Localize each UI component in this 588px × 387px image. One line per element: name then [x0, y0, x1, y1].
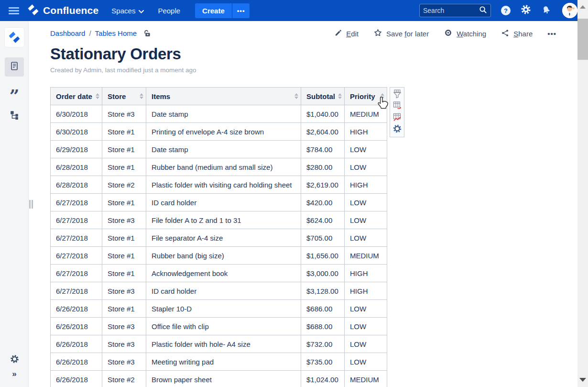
table-cell: $688.00: [301, 318, 345, 335]
column-header-priority[interactable]: Priority: [345, 88, 387, 105]
table-cell: $3,128.00: [301, 282, 345, 300]
table-settings-button[interactable]: [392, 124, 403, 135]
table-cell: Brown paper sheet: [146, 371, 301, 387]
table-cell: Store #3: [102, 282, 146, 300]
nav-spaces[interactable]: Spaces: [111, 7, 144, 15]
brand-name: Confluence: [43, 5, 98, 16]
table-cell: Plastic folder with visiting card holdin…: [146, 176, 301, 194]
table-cell: Store #1: [102, 229, 146, 247]
filter-icon: [392, 89, 402, 100]
unrestricted-lock-icon[interactable]: [143, 29, 152, 37]
watching-button[interactable]: Watching: [444, 28, 486, 39]
table-cell: 6/27/2018: [51, 282, 102, 300]
double-chevron-right-icon: »: [12, 369, 16, 379]
sort-icon[interactable]: [140, 93, 143, 99]
search-input[interactable]: [423, 7, 479, 14]
admin-settings-button[interactable]: [521, 4, 531, 17]
table-cell: HIGH: [345, 265, 387, 282]
chart-from-table-button[interactable]: [392, 113, 403, 123]
table-settings-gear-icon: [392, 124, 402, 135]
table-row: 6/29/2018Store #1Date stamp$784.00LOW: [51, 141, 387, 158]
sort-icon[interactable]: [96, 93, 99, 99]
breadcrumb: Dashboard / Tables Home: [50, 29, 152, 37]
sidebar-item-blog[interactable]: ”: [5, 81, 24, 100]
page-content: Dashboard / Tables Home Edit Save for la…: [29, 21, 577, 387]
table-sync-icon: [392, 100, 402, 112]
table-cell: LOW: [345, 335, 387, 353]
top-navigation-bar: Confluence Spaces People Create ••• ?: [0, 0, 577, 21]
table-cell: $420.00: [301, 194, 345, 211]
table-cell: $784.00: [301, 141, 345, 158]
scroll-up-arrow[interactable]: [577, 0, 588, 13]
sidebar-resize-handle[interactable]: [29, 200, 33, 209]
edit-button[interactable]: Edit: [334, 29, 359, 38]
user-avatar[interactable]: [562, 3, 577, 18]
table-cell: Store #1: [102, 141, 146, 158]
column-header-order-date[interactable]: Order date: [51, 88, 102, 105]
column-header-store[interactable]: Store: [102, 88, 146, 105]
column-header-subtotal[interactable]: Subtotal: [301, 88, 345, 105]
sort-icon[interactable]: [381, 93, 384, 99]
breadcrumb-separator: /: [89, 29, 91, 37]
refresh-table-button[interactable]: [392, 101, 403, 111]
table-cell: Acknowledgement book: [146, 265, 301, 282]
help-icon: ?: [501, 6, 511, 15]
vertical-scrollbar[interactable]: [577, 0, 588, 387]
notifications-button[interactable]: [541, 5, 551, 17]
table-cell: LOW: [345, 353, 387, 371]
hamburger-menu-icon[interactable]: [9, 6, 19, 16]
table-cell: Store #3: [102, 105, 146, 123]
create-more-button[interactable]: •••: [232, 3, 250, 18]
create-button[interactable]: Create: [195, 3, 232, 18]
table-cell: Store #3: [102, 211, 146, 229]
table-cell: MEDIUM: [345, 371, 387, 387]
create-split-button: Create •••: [195, 3, 250, 18]
table-cell: 6/27/2018: [51, 247, 102, 265]
table-row: 6/27/2018Store #3ID card holder$3,128.00…: [51, 282, 387, 300]
table-cell: 6/27/2018: [51, 265, 102, 282]
share-button[interactable]: Share: [501, 29, 533, 39]
table-row: 6/27/2018Store #1File separator A-4 size…: [51, 229, 387, 247]
scroll-down-arrow[interactable]: [577, 375, 588, 385]
share-icon: [501, 29, 510, 39]
table-cell: Store #1: [102, 158, 146, 176]
sort-icon[interactable]: [338, 93, 342, 99]
orders-table: Order date Store Items Subtotal Priority…: [50, 87, 387, 387]
table-row: 6/26/2018Store #2Brown paper sheet$1,024…: [51, 371, 387, 387]
table-macro-toolbar: [390, 87, 404, 137]
breadcrumb-dashboard-link[interactable]: Dashboard: [50, 29, 85, 37]
table-row: 6/26/2018Store #3Office file with clip$6…: [51, 318, 387, 335]
orders-table-wrap: Order date Store Items Subtotal Priority…: [50, 87, 387, 387]
scrollbar-thumb[interactable]: [577, 19, 588, 60]
filter-table-button[interactable]: [392, 89, 403, 100]
sort-icon[interactable]: [294, 93, 298, 99]
breadcrumb-tables-home-link[interactable]: Tables Home: [95, 29, 137, 37]
save-for-later-button[interactable]: Save for later: [373, 28, 429, 39]
column-header-items[interactable]: Items: [146, 88, 301, 105]
expand-sidebar-button[interactable]: »: [5, 365, 24, 384]
space-logo[interactable]: [5, 28, 24, 47]
nav-people[interactable]: People: [158, 7, 180, 15]
search-icon[interactable]: [479, 6, 487, 16]
table-cell: Store #1: [102, 123, 146, 141]
table-cell: $732.00: [301, 335, 345, 353]
table-cell: 6/28/2018: [51, 158, 102, 176]
table-cell: Store #1: [102, 247, 146, 265]
table-cell: Date stamp: [146, 105, 301, 123]
table-cell: LOW: [345, 158, 387, 176]
table-cell: $705.00: [301, 229, 345, 247]
sidebar-item-pages[interactable]: [5, 57, 24, 77]
help-button[interactable]: ?: [501, 6, 511, 15]
table-cell: $280.00: [301, 158, 345, 176]
table-cell: Store #2: [102, 371, 146, 387]
table-cell: 6/30/2018: [51, 105, 102, 123]
chevron-down-icon: [139, 7, 144, 15]
table-row: 6/27/2018Store #3File folder A to Z and …: [51, 211, 387, 229]
ellipsis-icon: •••: [237, 7, 245, 14]
table-cell: Store #3: [102, 353, 146, 371]
page-more-actions-button[interactable]: •••: [547, 30, 556, 38]
sidebar-item-space-tree[interactable]: [5, 106, 24, 125]
table-cell: $1,040.00: [301, 105, 345, 123]
table-row: 6/26/2018Store #1Stapler 10-D$686.00LOW: [51, 300, 387, 318]
confluence-brand[interactable]: Confluence: [27, 4, 98, 18]
